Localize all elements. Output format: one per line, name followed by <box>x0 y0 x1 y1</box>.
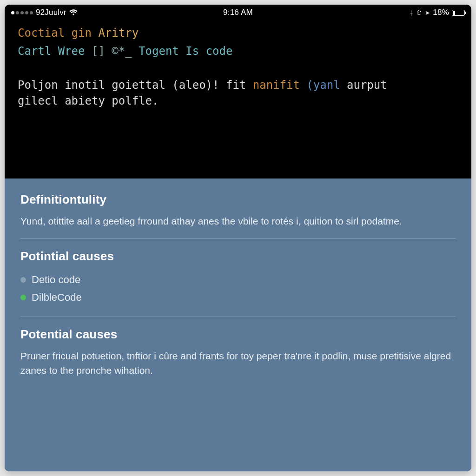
code-keyword: yanl <box>313 79 340 92</box>
code-subtitle-line: Cartl Wree [] ©*_ Togent Is code <box>18 43 458 60</box>
code-token: Cartl Wree <box>18 45 85 58</box>
clock: 9:16 AM <box>162 8 313 17</box>
code-text: gilecl abiety polfle. <box>18 94 159 107</box>
device-frame: 92Juulvr 9:16 AM ⟊ ⏱ ➤ 18% Coctial gin A… <box>5 5 471 471</box>
battery-icon <box>452 10 465 16</box>
code-token: [] <box>92 45 105 58</box>
wifi-icon <box>69 9 78 16</box>
code-keyword: nanifit <box>253 79 300 92</box>
code-text: aurput <box>340 79 387 92</box>
signal-strength-icon <box>11 11 33 14</box>
alarm-icon: ⏱ <box>416 9 422 16</box>
location-icon: ➤ <box>425 9 430 16</box>
bluetooth-icon: ⟊ <box>410 9 413 16</box>
section-title: Definitiontulity <box>20 192 456 207</box>
code-token: ©*_ <box>112 45 132 58</box>
section-causes-list: Potintial causes Detio code DilbleCode <box>20 249 456 317</box>
section-definition: Definitiontulity Yund, otittite aall a g… <box>20 192 456 239</box>
cause-label: DilbleCode <box>32 291 82 304</box>
code-paren: ( <box>306 79 313 92</box>
code-token: gin <box>72 26 92 40</box>
section-body: Pruner fricual potuetion, tnftior i cûre… <box>20 349 456 377</box>
section-causes-text: Potential causes Pruner fricual potuetio… <box>20 327 456 388</box>
cause-list: Detio code DilbleCode <box>20 271 456 306</box>
cause-item[interactable]: Detio code <box>20 271 456 289</box>
section-title: Potential causes <box>20 327 456 342</box>
code-body: Poljon inotil goiettal (aleo)! fit nanif… <box>18 77 458 110</box>
code-panel[interactable]: Coctial gin Aritry Cartl Wree [] ©*_ Tog… <box>5 20 471 178</box>
battery-percent: 18% <box>433 8 449 17</box>
bullet-icon <box>20 277 26 283</box>
detail-panel[interactable]: Definitiontulity Yund, otittite aall a g… <box>5 178 471 471</box>
cause-item[interactable]: DilbleCode <box>20 289 456 306</box>
status-left: 92Juulvr <box>11 8 162 17</box>
bullet-icon <box>20 295 26 300</box>
code-token: Aritry <box>98 26 139 40</box>
section-title: Potintial causes <box>20 249 456 264</box>
section-body: Yund, otittite aall a geetieg frround at… <box>20 214 456 228</box>
code-title-line: Coctial gin Aritry <box>18 25 458 41</box>
code-text: Poljon inotil goiettal (aleo)! fit <box>18 79 253 92</box>
status-bar: 92Juulvr 9:16 AM ⟊ ⏱ ➤ 18% <box>5 5 471 20</box>
code-token: Coctial <box>18 26 65 40</box>
carrier-label: 92Juulvr <box>36 8 66 17</box>
cause-label: Detio code <box>32 274 80 286</box>
status-right: ⟊ ⏱ ➤ 18% <box>314 8 465 17</box>
code-token: Togent Is code <box>139 45 232 58</box>
